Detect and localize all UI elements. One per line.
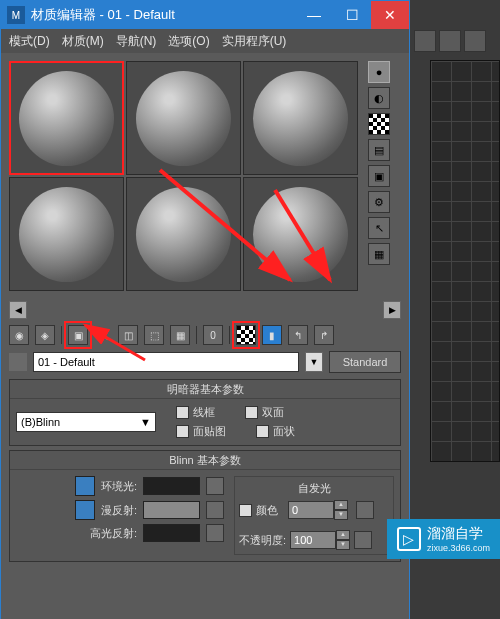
ambient-color-swatch[interactable] <box>143 477 200 495</box>
sample-slot-6[interactable] <box>243 177 358 291</box>
sample-slot-4[interactable] <box>9 177 124 291</box>
pick-material-icon[interactable] <box>9 353 27 371</box>
specular-color-swatch[interactable] <box>143 524 200 542</box>
name-dropdown-button[interactable]: ▼ <box>305 352 323 372</box>
opacity-value[interactable]: 100 <box>290 531 336 549</box>
sample-slots-area <box>1 53 366 299</box>
play-icon: ▷ <box>397 527 421 551</box>
material-sphere-icon <box>136 187 231 282</box>
material-sphere-icon <box>19 71 114 166</box>
make-copy-icon[interactable]: ◫ <box>118 325 138 345</box>
spin-down[interactable]: ▼ <box>334 510 348 520</box>
titlebar[interactable]: M 材质编辑器 - 01 - Default — ☐ ✕ <box>1 1 409 29</box>
spin-up[interactable]: ▲ <box>334 500 348 510</box>
separator <box>229 326 230 344</box>
minimize-button[interactable]: — <box>295 1 333 29</box>
material-sphere-icon <box>253 71 348 166</box>
assign-to-selection-icon[interactable]: ▣ <box>68 325 88 345</box>
sample-type-icon[interactable]: ● <box>368 61 390 83</box>
diffuse-map-button[interactable] <box>206 501 224 519</box>
menu-utilities[interactable]: 实用程序(U) <box>222 33 287 50</box>
shader-rollout-header[interactable]: 明暗器基本参数 <box>10 380 400 399</box>
watermark: ▷ 溜溜自学 zixue.3d66.com <box>387 519 500 559</box>
sample-slot-1[interactable] <box>9 61 124 175</box>
material-name-field[interactable]: 01 - Default <box>33 352 299 372</box>
vp-tool-1[interactable] <box>414 30 436 52</box>
sample-scroll: ◀ ▶ <box>1 299 409 321</box>
separator <box>61 326 62 344</box>
material-map-navigator-icon[interactable]: ▦ <box>368 243 390 265</box>
two-sided-checkbox[interactable] <box>245 406 258 419</box>
wire-label: 线框 <box>193 405 215 420</box>
self-illum-color-checkbox[interactable] <box>239 504 252 517</box>
face-map-checkbox[interactable] <box>176 425 189 438</box>
viewport-toolbar <box>414 30 486 52</box>
background-icon[interactable] <box>368 113 390 135</box>
separator <box>196 326 197 344</box>
color-label: 颜色 <box>256 503 278 518</box>
scroll-right-button[interactable]: ▶ <box>383 301 401 319</box>
two-sided-label: 双面 <box>262 405 284 420</box>
specular-label: 高光反射: <box>90 526 137 541</box>
face-map-label: 面贴图 <box>193 424 226 439</box>
menu-options[interactable]: 选项(O) <box>168 33 209 50</box>
maximize-button[interactable]: ☐ <box>333 1 371 29</box>
material-sphere-icon <box>136 71 231 166</box>
app-icon: M <box>7 6 25 24</box>
ambient-lock-icon[interactable] <box>75 476 95 496</box>
show-map-in-viewport-icon[interactable] <box>236 325 256 345</box>
watermark-url: zixue.3d66.com <box>427 543 490 553</box>
self-illum-map-button[interactable] <box>356 501 374 519</box>
go-forward-icon[interactable]: ↱ <box>314 325 334 345</box>
scroll-left-button[interactable]: ◀ <box>9 301 27 319</box>
watermark-text: 溜溜自学 <box>427 525 490 543</box>
material-name-row: 01 - Default ▼ Standard <box>1 349 409 375</box>
ambient-label: 环境光: <box>101 479 137 494</box>
material-id-icon[interactable]: 0 <box>203 325 223 345</box>
material-sphere-icon <box>253 187 348 282</box>
viewport-grid[interactable] <box>430 60 500 462</box>
go-to-parent-icon[interactable]: ↰ <box>288 325 308 345</box>
shader-type-select[interactable]: (B)Blinn ▼ <box>16 412 156 432</box>
material-type-button[interactable]: Standard <box>329 351 401 373</box>
put-to-library-icon[interactable]: ▦ <box>170 325 190 345</box>
menu-navigate[interactable]: 导航(N) <box>116 33 157 50</box>
shader-type-value: (B)Blinn <box>21 416 60 428</box>
put-to-scene-icon[interactable]: ◈ <box>35 325 55 345</box>
diffuse-color-swatch[interactable] <box>143 501 200 519</box>
sample-slot-5[interactable] <box>126 177 241 291</box>
self-illum-value[interactable]: 0 <box>288 501 334 519</box>
opacity-map-button[interactable] <box>354 531 372 549</box>
vp-tool-2[interactable] <box>439 30 461 52</box>
blinn-rollout-header[interactable]: Blinn 基本参数 <box>10 451 400 470</box>
make-unique-icon[interactable]: ⬚ <box>144 325 164 345</box>
diffuse-lock-icon[interactable] <box>75 500 95 520</box>
sample-tools-column: ● ◐ ▤ ▣ ⚙ ↖ ▦ <box>366 53 392 299</box>
horizontal-toolbar: ◉ ◈ ▣ ✕ ◫ ⬚ ▦ 0 ▮ ↰ ↱ <box>1 321 409 349</box>
ambient-map-button[interactable] <box>206 477 224 495</box>
show-end-result-icon[interactable]: ▮ <box>262 325 282 345</box>
spin-up[interactable]: ▲ <box>336 530 350 540</box>
backlight-icon[interactable]: ◐ <box>368 87 390 109</box>
menu-mode[interactable]: 模式(D) <box>9 33 50 50</box>
reset-map-icon[interactable]: ✕ <box>94 326 112 344</box>
get-material-icon[interactable]: ◉ <box>9 325 29 345</box>
specular-map-button[interactable] <box>206 524 224 542</box>
faceted-checkbox[interactable] <box>256 425 269 438</box>
menu-material[interactable]: 材质(M) <box>62 33 104 50</box>
self-illum-label: 自发光 <box>239 481 389 496</box>
sample-slot-3[interactable] <box>243 61 358 175</box>
shader-rollout: 明暗器基本参数 (B)Blinn ▼ 线框 双面 面贴图 面状 <box>9 379 401 446</box>
close-button[interactable]: ✕ <box>371 1 409 29</box>
material-sphere-icon <box>19 187 114 282</box>
vp-tool-3[interactable] <box>464 30 486 52</box>
spin-down[interactable]: ▼ <box>336 540 350 550</box>
video-check-icon[interactable]: ▣ <box>368 165 390 187</box>
select-by-material-icon[interactable]: ↖ <box>368 217 390 239</box>
options-icon[interactable]: ⚙ <box>368 191 390 213</box>
sample-slot-2[interactable] <box>126 61 241 175</box>
diffuse-label: 漫反射: <box>101 503 137 518</box>
sample-uv-icon[interactable]: ▤ <box>368 139 390 161</box>
menubar: 模式(D) 材质(M) 导航(N) 选项(O) 实用程序(U) <box>1 29 409 53</box>
wire-checkbox[interactable] <box>176 406 189 419</box>
